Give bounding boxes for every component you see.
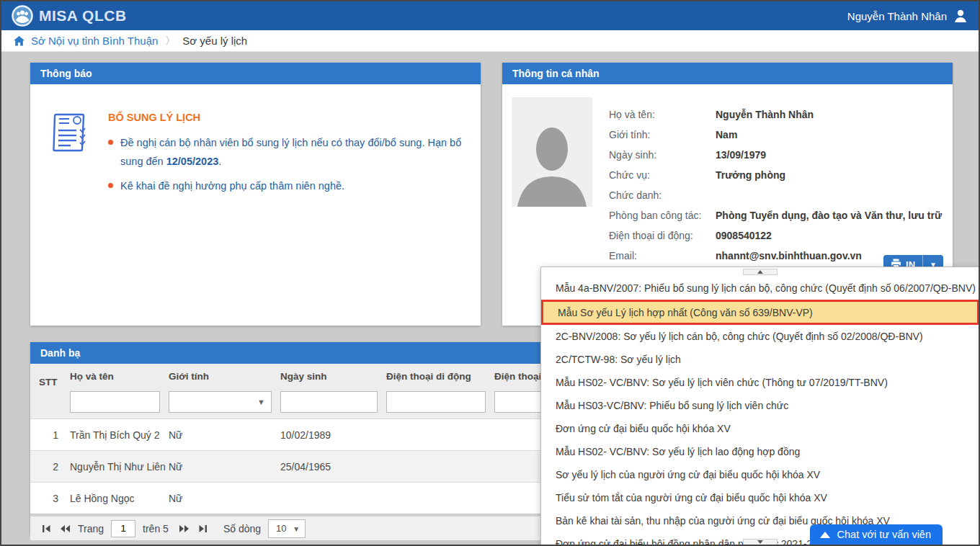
field-label: Ngày sinh: xyxy=(609,149,716,161)
notifications-panel-header: Thông báo xyxy=(30,63,481,84)
triangle-up-icon xyxy=(820,532,830,538)
app-window: MISA QLCB Nguyễn Thành Nhân Sở Nội vụ tỉ… xyxy=(0,0,980,546)
menu-item[interactable]: Tiểu sử tóm tắt của người ứng cử đại biể… xyxy=(541,486,979,509)
field-label: Chức danh: xyxy=(609,189,716,201)
menu-item[interactable]: Đơn ứng cử đại biểu quốc hội khóa XV xyxy=(541,417,979,440)
rows-per-page-value: 10 xyxy=(276,523,286,534)
menu-item[interactable]: Mẫu HS02- VC/BNV: Sơ yếu lý lịch lao độn… xyxy=(541,440,979,463)
breadcrumb: Sở Nội vụ tỉnh Bình Thuận 〉 Sơ yếu lý lị… xyxy=(1,30,979,52)
document-checklist-icon xyxy=(49,112,89,201)
print-template-list: Mẫu 4a-BNV/2007: Phiếu bổ sung lý lịch c… xyxy=(541,267,979,546)
home-icon[interactable] xyxy=(13,35,25,47)
field-row: Chức danh: xyxy=(609,185,943,205)
chat-support-label: Chat với tư vấn viên xyxy=(837,529,931,540)
menu-scroll-up[interactable] xyxy=(743,269,778,275)
cell-gender: Nữ xyxy=(167,451,279,482)
column-header-stt[interactable]: STT xyxy=(30,364,68,389)
menu-item[interactable]: Mẫu 4a-BNV/2007: Phiếu bổ sung lý lịch c… xyxy=(541,277,979,300)
filter-mobile-input[interactable] xyxy=(386,391,486,413)
chevron-down-icon: ▼ xyxy=(293,525,300,533)
app-title: MISA QLCB xyxy=(39,7,127,24)
cell-mobile xyxy=(385,483,493,514)
column-header-gender[interactable]: Giới tính xyxy=(167,364,279,389)
cell-stt: 1 xyxy=(30,419,68,450)
notice-list: Đề nghị cán bộ nhân viên bổ sung lý lịch… xyxy=(108,133,465,195)
menu-scroll-down[interactable] xyxy=(743,539,778,545)
previous-page-icon[interactable] xyxy=(59,524,71,534)
field-value: Nam xyxy=(716,129,737,140)
notice-item: Đề nghị cán bộ nhân viên bổ sung lý lịch… xyxy=(108,133,465,171)
field-label: Giới tính: xyxy=(609,129,716,140)
next-page-icon[interactable] xyxy=(179,524,190,534)
filter-dob-input[interactable] xyxy=(280,391,378,413)
last-page-icon[interactable] xyxy=(197,524,209,534)
cell-gender: Nữ xyxy=(167,483,279,514)
field-value: Nguyễn Thành Nhân xyxy=(716,109,814,120)
app-logo[interactable]: MISA QLCB xyxy=(12,5,127,27)
breadcrumb-separator: 〉 xyxy=(165,35,175,48)
field-label: Email: xyxy=(609,250,716,261)
menu-item[interactable]: 2C/TCTW-98: Sơ yếu lý lịch xyxy=(541,348,979,371)
print-template-menu: Mẫu 4a-BNV/2007: Phiếu bổ sung lý lịch c… xyxy=(540,267,980,546)
menu-item[interactable]: 2C-BNV/2008: Sơ yếu lý lịch cán bộ, công… xyxy=(541,325,979,348)
user-name: Nguyễn Thành Nhân xyxy=(847,10,947,22)
field-value: Trưởng phòng xyxy=(716,169,785,181)
breadcrumb-root-link[interactable]: Sở Nội vụ tỉnh Bình Thuận xyxy=(31,35,158,47)
first-page-icon[interactable] xyxy=(40,524,52,534)
cell-dob: 25/04/1965 xyxy=(279,451,385,482)
field-label: Chức vụ: xyxy=(609,169,716,181)
field-row: Giới tính: Nam xyxy=(609,125,943,145)
user-avatar-icon xyxy=(953,8,968,24)
field-row: Phòng ban công tác: Phòng Tuyển dụng, đà… xyxy=(609,205,943,225)
cell-stt: 2 xyxy=(30,451,68,482)
page-label: Trang xyxy=(78,523,104,534)
user-menu[interactable]: Nguyễn Thành Nhân xyxy=(847,8,968,24)
chevron-down-icon: ▼ xyxy=(257,398,265,406)
field-label: Họ và tên: xyxy=(609,109,716,120)
menu-item-highlighted[interactable]: Mẫu Sơ yếu Lý lịch hợp nhất (Công văn số… xyxy=(541,300,979,325)
personal-info-fields: Họ và tên: Nguyễn Thành Nhân Giới tính: … xyxy=(609,97,943,266)
notice-deadline-date: 12/05/2023 xyxy=(166,156,219,167)
filter-name-input[interactable] xyxy=(70,391,160,413)
menu-item[interactable]: Mẫu HS02- VC/BNV: Sơ yếu lý lịch viên ch… xyxy=(541,371,979,394)
cell-gender: Nữ xyxy=(167,419,279,450)
directory-panel-title: Danh bạ xyxy=(40,347,80,359)
field-row: Họ và tên: Nguyễn Thành Nhân xyxy=(609,104,943,125)
cell-stt: 3 xyxy=(30,483,68,514)
cell-name: Nguyễn Thị Như Liên xyxy=(68,451,167,482)
cell-mobile xyxy=(385,419,493,450)
breadcrumb-current: Sơ yếu lý lịch xyxy=(182,35,247,47)
personal-info-panel-header: Thông tin cá nhân xyxy=(502,63,953,84)
top-header-bar: MISA QLCB Nguyễn Thành Nhân xyxy=(1,1,979,30)
field-value: 13/09/1979 xyxy=(716,149,766,161)
cell-name: Lê Hồng Ngọc xyxy=(68,483,167,514)
notifications-panel-title: Thông báo xyxy=(40,68,92,79)
chat-support-button[interactable]: Chat với tư vấn viên xyxy=(810,524,943,546)
field-label: Phòng ban công tác: xyxy=(609,210,716,221)
notice-item: Kê khai đề nghị hưởng phụ cấp thâm niên … xyxy=(108,176,465,195)
column-header-dob[interactable]: Ngày sinh xyxy=(279,364,385,389)
field-value: 0908540122 xyxy=(716,230,772,241)
cell-name: Trần Thị Bích Quý 2 xyxy=(68,419,167,450)
cell-mobile xyxy=(385,451,493,482)
cell-dob: 10/02/1989 xyxy=(279,419,385,450)
field-row: Điện thoại di động: 0908540122 xyxy=(609,225,943,246)
notifications-panel: Thông báo BỔ SUNG LÝ L xyxy=(30,63,481,326)
profile-photo-placeholder xyxy=(512,97,592,207)
field-value: nhannt@snv.binhthuan.gov.vn xyxy=(716,250,862,261)
field-row: Chức vụ: Trưởng phòng xyxy=(609,165,943,185)
notice-title: BỔ SUNG LÝ LỊCH xyxy=(108,112,465,123)
page-count-label: trên 5 xyxy=(143,523,169,534)
field-label: Điện thoại di động: xyxy=(609,230,716,241)
cell-dob xyxy=(279,483,385,514)
column-header-mobile[interactable]: Điện thoại di động xyxy=(385,364,493,389)
rows-per-page-select[interactable]: 10 ▼ xyxy=(268,519,306,538)
triangle-down-icon xyxy=(757,540,763,544)
field-row: Ngày sinh: 13/09/1979 xyxy=(609,145,943,165)
menu-item[interactable]: Sơ yếu lý lịch của người ứng cử đại biểu… xyxy=(541,463,979,486)
rows-per-page-label: Số dòng xyxy=(223,523,261,534)
filter-gender-select[interactable]: ▼ xyxy=(169,391,272,413)
page-number-input[interactable] xyxy=(111,520,135,537)
column-header-name[interactable]: Họ và tên xyxy=(68,364,167,389)
menu-item[interactable]: Mẫu HS03-VC/BNV: Phiếu bổ sung lý lịch v… xyxy=(541,394,979,417)
